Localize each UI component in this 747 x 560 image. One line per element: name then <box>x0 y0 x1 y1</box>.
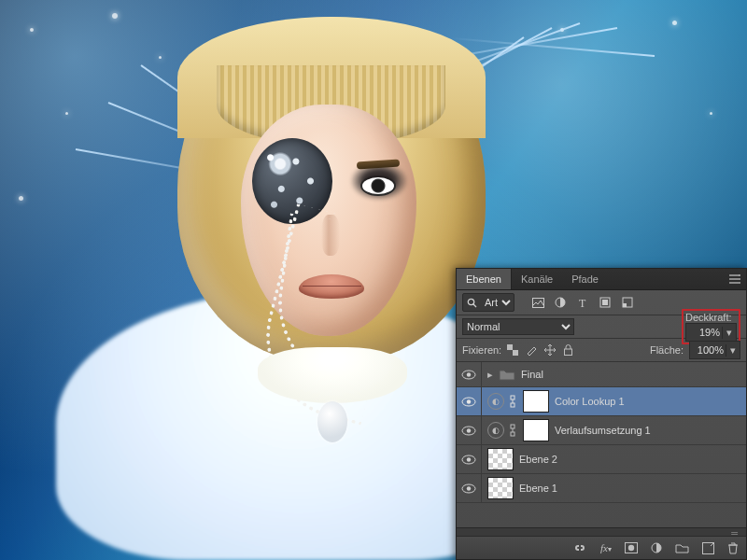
chevron-down-icon[interactable]: ▾ <box>726 344 740 357</box>
svg-point-21 <box>467 428 471 432</box>
filter-pixel-icon[interactable] <box>531 296 544 309</box>
artwork-lace-choker <box>258 347 407 403</box>
chevron-down-icon[interactable]: ▾ <box>722 327 736 339</box>
svg-rect-10 <box>507 344 513 350</box>
mask-thumb[interactable] <box>523 419 549 441</box>
layer-row[interactable]: ◐ Color Lookup 1 <box>457 387 746 416</box>
visibility-toggle[interactable] <box>461 370 476 380</box>
adjustment-icon: ◐ <box>487 422 504 439</box>
visibility-toggle[interactable] <box>461 455 476 465</box>
filter-shape-icon[interactable] <box>599 296 612 309</box>
blend-mode-dropdown[interactable]: Normal <box>462 318 574 335</box>
opacity-input[interactable]: ▾ <box>685 323 737 342</box>
mask-thumb[interactable] <box>523 390 549 413</box>
trash-icon[interactable] <box>727 542 739 554</box>
blend-opacity-row: Normal Deckkraft: ▾ <box>457 315 746 339</box>
fill-label: Fläche: <box>650 344 684 356</box>
panel-tabs: Ebenen Kanäle Pfade <box>457 269 746 290</box>
lock-trans-icon[interactable] <box>507 344 518 356</box>
panel-menu-icon[interactable] <box>724 274 746 284</box>
filter-type-select[interactable]: Art <box>481 295 514 310</box>
tab-paths[interactable]: Pfade <box>562 269 608 289</box>
opacity-highlight: Deckkraft: ▾ <box>682 309 740 344</box>
opacity-field[interactable] <box>686 326 722 339</box>
svg-rect-17 <box>511 396 514 399</box>
layer-name[interactable]: Final <box>521 369 740 380</box>
lock-all-icon[interactable] <box>563 344 573 356</box>
new-group-icon[interactable] <box>675 542 689 553</box>
layer-name[interactable]: Color Lookup 1 <box>555 396 740 407</box>
layer-row[interactable]: ◐ Verlaufsumsetzung 1 <box>457 416 746 445</box>
filter-type-text-icon[interactable]: T <box>576 296 589 309</box>
filter-adjust-icon[interactable] <box>554 296 567 309</box>
layer-name[interactable]: Ebene 1 <box>519 483 740 494</box>
lock-pixels-icon[interactable] <box>526 344 537 356</box>
lock-label: Fixieren: <box>462 344 501 356</box>
folder-icon <box>499 368 515 381</box>
lock-fill-row: Fixieren: Fläche: ▾ <box>457 339 746 362</box>
svg-point-30 <box>628 545 634 551</box>
svg-text:T: T <box>579 298 586 308</box>
add-mask-icon[interactable] <box>625 542 638 553</box>
link-icon <box>510 395 517 408</box>
filter-type-dropdown[interactable]: Art <box>462 293 514 312</box>
svg-rect-18 <box>511 403 514 407</box>
new-adjust-icon[interactable] <box>651 542 662 553</box>
link-layers-icon[interactable] <box>572 542 587 553</box>
filter-smart-icon[interactable] <box>621 296 634 309</box>
layer-name[interactable]: Verlaufsumsetzung 1 <box>555 425 740 436</box>
tab-channels[interactable]: Kanäle <box>512 269 562 289</box>
svg-rect-23 <box>511 432 514 436</box>
visibility-toggle[interactable] <box>461 397 476 407</box>
fill-field[interactable] <box>690 343 726 357</box>
svg-rect-8 <box>623 303 627 307</box>
layers-panel: Ebenen Kanäle Pfade Art T Normal Deckkra… <box>456 268 747 560</box>
layer-thumb[interactable] <box>487 477 514 499</box>
svg-point-14 <box>467 372 471 376</box>
search-icon <box>463 298 481 308</box>
opacity-label: Deckkraft: <box>685 312 732 323</box>
svg-rect-22 <box>511 425 514 428</box>
layer-row[interactable]: Ebene 2 <box>457 445 746 474</box>
layer-thumb[interactable] <box>487 448 514 470</box>
expand-icon[interactable]: ▸ <box>487 369 493 381</box>
panel-bottom-bar: fx▾ <box>457 536 746 559</box>
adjustment-icon: ◐ <box>487 393 504 410</box>
lock-position-icon[interactable] <box>544 344 556 356</box>
svg-point-0 <box>468 299 473 304</box>
fx-icon[interactable]: fx▾ <box>600 542 612 553</box>
layer-row[interactable]: Ebene 1 <box>457 474 746 503</box>
artwork-pendant <box>317 401 347 442</box>
svg-point-16 <box>467 399 471 403</box>
fill-input[interactable]: ▾ <box>689 341 740 359</box>
svg-line-1 <box>473 304 476 307</box>
artwork-eye <box>362 177 394 194</box>
link-icon <box>510 424 517 437</box>
visibility-toggle[interactable] <box>461 483 476 494</box>
new-layer-icon[interactable] <box>702 542 714 554</box>
svg-rect-6 <box>602 300 608 305</box>
svg-rect-11 <box>513 350 518 356</box>
layer-name[interactable]: Ebene 2 <box>519 454 740 465</box>
layer-row-group[interactable]: ▸ Final <box>457 362 746 387</box>
svg-point-28 <box>467 486 471 490</box>
svg-rect-12 <box>565 349 572 356</box>
tab-layers[interactable]: Ebenen <box>457 269 512 289</box>
svg-point-26 <box>467 457 471 461</box>
visibility-toggle[interactable] <box>461 426 476 436</box>
layer-list: ▸ Final ◐ Color Lookup 1 ◐ Verlaufsumset… <box>457 362 746 503</box>
